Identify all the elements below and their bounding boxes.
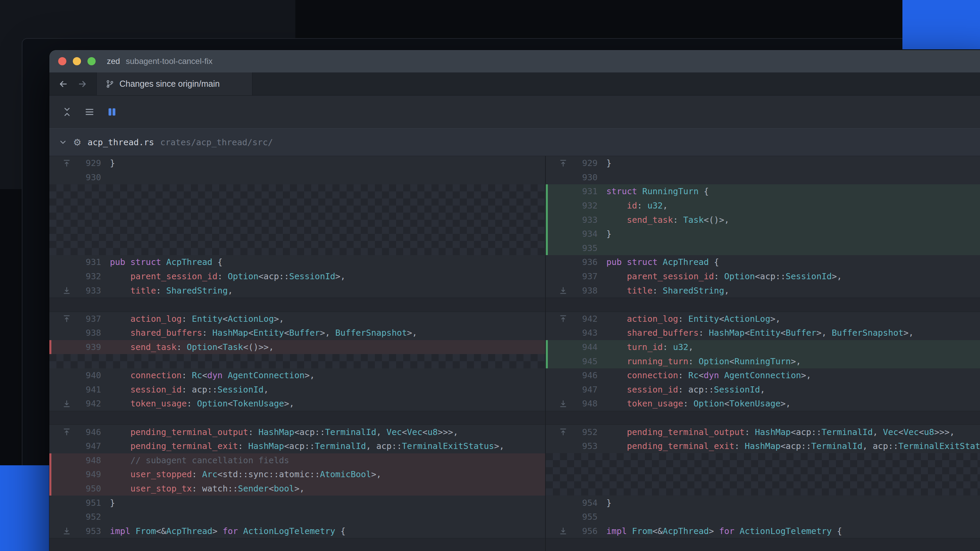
diff-row[interactable]: 941 session_id: acp::SessionId, [49, 383, 545, 397]
code-line[interactable]: } [598, 159, 611, 167]
diff-row-deleted[interactable]: 950 user_stop_tx: watch::Sender<bool>, [49, 482, 545, 496]
diff-row[interactable]: 942 action_log: Entity<ActionLog>, [546, 312, 980, 326]
expand-up-icon[interactable] [555, 159, 572, 168]
diff-row[interactable]: 952 pending_terminal_output: HashMap<acp… [546, 425, 980, 439]
code-line[interactable]: title: SharedString, [101, 286, 233, 295]
code-line[interactable]: action_log: Entity<ActionLog>, [598, 314, 781, 323]
code-line[interactable]: shared_buffers: HashMap<Entity<Buffer>, … [598, 329, 914, 337]
code-line[interactable]: struct RunningTurn { [598, 187, 709, 195]
expand-down-icon[interactable] [58, 399, 75, 408]
expand-down-icon[interactable] [555, 527, 572, 535]
expand-down-icon[interactable] [58, 527, 75, 535]
code-line[interactable]: impl From<&AcpThread> for ActionLogTelem… [101, 527, 345, 535]
close-button[interactable] [58, 57, 66, 65]
diff-row-deleted[interactable]: 948 // subagent cancellation fields [49, 453, 545, 468]
diff-row[interactable]: 940 connection: Rc<dyn AgentConnection>, [49, 368, 545, 383]
code-line[interactable]: } [598, 499, 611, 507]
diff-pane-left[interactable]: 929}930931pub struct AcpThread {932 pare… [49, 156, 546, 551]
code-line[interactable]: pending_terminal_output: HashMap<acp::Te… [101, 428, 458, 437]
expand-up-icon[interactable] [58, 427, 75, 437]
code-line[interactable]: user_stopped: Arc<std::sync::atomic::Ato… [101, 470, 382, 478]
code-line[interactable]: send_task: Option<Task<()>>, [101, 343, 274, 351]
expand-down-icon[interactable] [58, 286, 75, 295]
code-line[interactable]: // subagent cancellation fields [101, 456, 289, 465]
diff-row[interactable]: 930 [49, 170, 545, 185]
code-line[interactable]: turn_id: u32, [598, 343, 694, 351]
diff-row[interactable]: 942 token_usage: Option<TokenUsage>, [49, 397, 545, 411]
diff-row[interactable]: 938 shared_buffers: HashMap<Entity<Buffe… [49, 326, 545, 340]
diff-row[interactable]: 937 action_log: Entity<ActionLog>, [49, 312, 545, 326]
diff-row[interactable]: 932 parent_session_id: Option<acp::Sessi… [49, 269, 545, 284]
diff-row[interactable]: 948 token_usage: Option<TokenUsage>, [546, 397, 980, 411]
chevron-down-icon[interactable] [59, 138, 67, 146]
expand-up-icon[interactable] [58, 314, 75, 323]
collapse-all-button[interactable] [60, 105, 75, 119]
code-line[interactable]: parent_session_id: Option<acp::SessionId… [598, 272, 842, 281]
code-line[interactable]: send_task: Task<()>, [598, 216, 729, 224]
file-excerpt-header[interactable]: ⚙ acp_thread.rs crates/acp_thread/src/ [49, 128, 980, 156]
diff-row-added[interactable]: 931struct RunningTurn { [546, 184, 980, 198]
code-line[interactable]: parent_session_id: Option<acp::SessionId… [101, 272, 345, 281]
code-line[interactable]: pub struct AcpThread { [101, 258, 223, 266]
zoom-button[interactable] [88, 57, 95, 65]
code-line[interactable]: session_id: acp::SessionId, [598, 385, 765, 394]
expand-down-icon[interactable] [555, 399, 572, 408]
diff-row[interactable]: 931pub struct AcpThread { [49, 255, 545, 269]
diff-row-added[interactable]: 933 send_task: Task<()>, [546, 213, 980, 227]
diff-row-added[interactable]: 932 id: u32, [546, 198, 980, 213]
diff-row[interactable]: 952 [49, 510, 545, 524]
diff-row[interactable]: 955 [546, 510, 980, 524]
diff-row-added[interactable]: 944 turn_id: u32, [546, 340, 980, 354]
code-line[interactable]: session_id: acp::SessionId, [101, 385, 269, 394]
diff-row[interactable]: 929} [49, 156, 545, 170]
expand-up-icon[interactable] [58, 159, 75, 168]
tab-changes-since-origin-main[interactable]: Changes since origin/main [96, 73, 253, 95]
code-line[interactable]: user_stop_tx: watch::Sender<bool>, [101, 484, 305, 493]
forward-button[interactable] [76, 78, 88, 90]
code-line[interactable]: shared_buffers: HashMap<Entity<Buffer>, … [101, 329, 417, 337]
expand-down-icon[interactable] [555, 286, 572, 295]
project-name[interactable]: zed [107, 56, 120, 66]
code-line[interactable]: impl From<&AcpThread> for ActionLogTelem… [598, 527, 842, 535]
code-line[interactable]: } [101, 499, 115, 507]
diff-row[interactable]: 953impl From<&AcpThread> for ActionLogTe… [49, 524, 545, 538]
diff-row[interactable]: 938 title: SharedString, [546, 283, 980, 298]
expand-up-icon[interactable] [555, 427, 572, 437]
diff-row[interactable]: 933 title: SharedString, [49, 283, 545, 298]
diff-row[interactable]: 936pub struct AcpThread { [546, 255, 980, 269]
unified-view-button[interactable] [82, 105, 97, 119]
diff-row[interactable]: 956impl From<&AcpThread> for ActionLogTe… [546, 524, 980, 538]
split-view-button[interactable] [105, 105, 119, 119]
diff-pane-right[interactable]: 929}930931struct RunningTurn {932 id: u3… [546, 156, 980, 551]
diff-row[interactable]: 947 session_id: acp::SessionId, [546, 383, 980, 397]
diff-row[interactable]: 953 pending_terminal_exit: HashMap<acp::… [546, 439, 980, 453]
diff-row[interactable]: 954} [546, 495, 980, 510]
code-line[interactable]: } [598, 230, 611, 238]
diff-row[interactable]: 943 shared_buffers: HashMap<Entity<Buffe… [546, 326, 980, 340]
expand-up-icon[interactable] [555, 314, 572, 323]
code-line[interactable]: connection: Rc<dyn AgentConnection>, [101, 371, 315, 380]
diff-row[interactable]: 937 parent_session_id: Option<acp::Sessi… [546, 269, 980, 284]
code-line[interactable]: pending_terminal_exit: HashMap<acp::Term… [101, 442, 504, 450]
diff-row-deleted[interactable]: 939 send_task: Option<Task<()>>, [49, 340, 545, 354]
back-button[interactable] [57, 78, 69, 90]
code-line[interactable]: title: SharedString, [598, 286, 729, 295]
diff-row[interactable]: 947 pending_terminal_exit: HashMap<acp::… [49, 439, 545, 453]
minimize-button[interactable] [73, 57, 81, 65]
code-line[interactable]: action_log: Entity<ActionLog>, [101, 314, 284, 323]
diff-row[interactable]: 946 connection: Rc<dyn AgentConnection>, [546, 368, 980, 383]
code-line[interactable]: } [101, 159, 115, 167]
diff-row-added[interactable]: 945 running_turn: Option<RunningTurn>, [546, 354, 980, 368]
code-line[interactable]: token_usage: Option<TokenUsage>, [101, 399, 294, 408]
code-line[interactable]: id: u32, [598, 202, 668, 210]
code-line[interactable]: pub struct AcpThread { [598, 258, 719, 266]
diff-row[interactable]: 929} [546, 156, 980, 170]
git-branch-name[interactable]: subagent-tool-cancel-fix [126, 56, 213, 66]
diff-row-added[interactable]: 935 [546, 241, 980, 256]
code-line[interactable]: pending_terminal_output: HashMap<acp::Te… [598, 428, 955, 437]
code-line[interactable]: connection: Rc<dyn AgentConnection>, [598, 371, 811, 380]
code-line[interactable]: pending_terminal_exit: HashMap<acp::Term… [598, 442, 980, 450]
diff-row-deleted[interactable]: 949 user_stopped: Arc<std::sync::atomic:… [49, 467, 545, 482]
diff-row[interactable]: 930 [546, 170, 980, 185]
code-line[interactable]: token_usage: Option<TokenUsage>, [598, 399, 791, 408]
